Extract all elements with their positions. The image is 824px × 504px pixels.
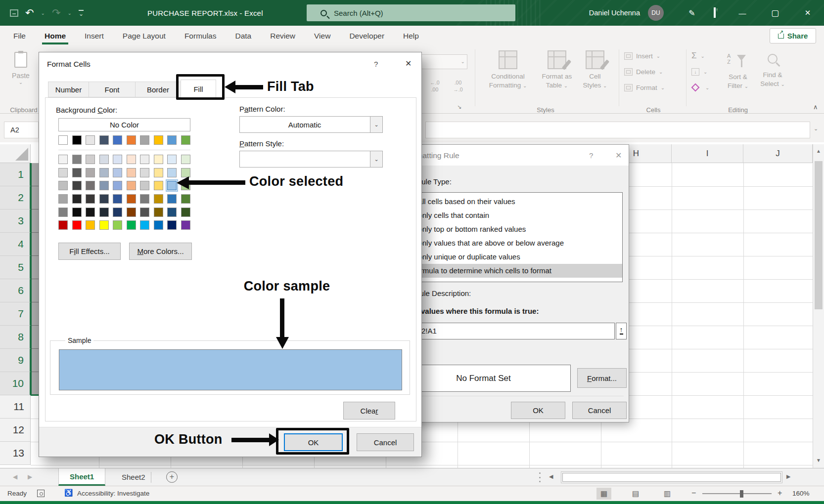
tint-color-swatch[interactable] xyxy=(72,194,82,204)
menu-tab-insert[interactable]: Insert xyxy=(75,26,113,46)
theme-color-swatch[interactable] xyxy=(58,135,68,145)
tint-color-swatch[interactable] xyxy=(127,208,136,217)
format-cells-tab-border[interactable]: Border xyxy=(135,82,181,97)
collapse-dialog-button[interactable]: ↑ xyxy=(616,323,627,339)
normal-view-icon[interactable]: ▦ xyxy=(596,488,611,500)
tint-color-swatch[interactable] xyxy=(167,194,177,204)
pattern-style-select[interactable]: ⌄ xyxy=(239,151,383,168)
tint-color-swatch[interactable] xyxy=(154,155,163,164)
chevron-down-icon[interactable]: ⌄ xyxy=(370,117,382,132)
horizontal-scrollbar[interactable] xyxy=(561,471,782,483)
menu-tab-review[interactable]: Review xyxy=(261,26,305,46)
clear-button[interactable]: Clear xyxy=(343,402,395,420)
zoom-slider-thumb[interactable] xyxy=(740,490,743,498)
cancel-button[interactable]: Cancel xyxy=(357,433,414,451)
standard-color-swatch[interactable] xyxy=(181,220,190,230)
row-header-6[interactable]: 6 xyxy=(0,279,31,302)
undo-chevron-icon[interactable]: ⌄ xyxy=(41,10,45,16)
tint-color-swatch[interactable] xyxy=(99,181,109,190)
tint-color-swatch[interactable] xyxy=(154,181,163,190)
tint-color-swatch[interactable] xyxy=(72,168,82,177)
scroll-up-icon[interactable]: ▲ xyxy=(816,148,821,154)
next-sheet-icon[interactable]: ▶ xyxy=(28,473,32,480)
help-icon[interactable]: ? xyxy=(374,60,378,68)
formula-bar-expand-icon[interactable]: ⌄ xyxy=(814,126,818,132)
help-icon[interactable]: ? xyxy=(589,151,593,160)
format-cells-tab-font[interactable]: Font xyxy=(89,82,135,97)
avatar[interactable]: DU xyxy=(648,5,664,21)
theme-color-swatch[interactable] xyxy=(113,135,122,145)
tint-color-swatch[interactable] xyxy=(181,155,190,164)
theme-color-swatch[interactable] xyxy=(167,135,177,145)
tint-color-swatch[interactable] xyxy=(99,208,109,217)
theme-color-swatch[interactable] xyxy=(99,135,109,145)
ribbon-display-options-icon[interactable] xyxy=(703,8,726,17)
row-header-2[interactable]: 2 xyxy=(0,186,31,210)
rule-type-item[interactable]: Format only unique or duplicate values xyxy=(388,250,622,264)
theme-color-swatch[interactable] xyxy=(127,135,136,145)
tint-color-swatch[interactable] xyxy=(86,168,95,177)
tint-color-swatch[interactable] xyxy=(113,168,122,177)
scroll-right-icon[interactable]: ▶ xyxy=(786,473,790,480)
theme-color-swatch[interactable] xyxy=(181,135,190,145)
collapse-ribbon-icon[interactable]: ∧ xyxy=(813,103,818,111)
autosum-button[interactable]: Σ⌄ xyxy=(691,50,713,62)
standard-color-swatch[interactable] xyxy=(86,220,95,230)
tint-color-swatch[interactable] xyxy=(181,208,190,217)
formula-bar[interactable] xyxy=(425,122,810,138)
row-header-11[interactable]: 11 xyxy=(0,395,31,419)
standard-color-swatch[interactable] xyxy=(167,220,177,230)
macro-record-icon[interactable] xyxy=(37,490,45,497)
tint-color-swatch[interactable] xyxy=(99,168,109,177)
menu-tab-view[interactable]: View xyxy=(305,26,340,46)
delete-cells-button[interactable]: Delete⌄ xyxy=(624,66,663,78)
cell-styles-button[interactable]: CellStyles ⌄ xyxy=(572,50,618,90)
selected-range-sliver[interactable] xyxy=(31,163,39,395)
row-header-10[interactable]: 10 xyxy=(0,372,31,395)
menu-tab-data[interactable]: Data xyxy=(226,26,261,46)
row-header-7[interactable]: 7 xyxy=(0,302,31,326)
standard-color-swatch[interactable] xyxy=(140,220,149,230)
rule-type-item[interactable]: Format only top or bottom ranked values xyxy=(388,222,622,236)
tint-color-swatch[interactable] xyxy=(127,168,136,177)
sheet-tab-sheet1[interactable]: Sheet1 xyxy=(58,468,105,486)
tint-color-swatch[interactable] xyxy=(86,155,95,164)
row-header-3[interactable]: 3 xyxy=(0,210,31,233)
search-input[interactable]: Search (Alt+Q) xyxy=(307,4,515,21)
standard-color-swatch[interactable] xyxy=(99,220,109,230)
rule-type-item[interactable]: Format only values that are above or bel… xyxy=(388,236,622,250)
tint-color-swatch[interactable] xyxy=(113,181,122,190)
format-cells-tab-number[interactable]: Number xyxy=(48,82,89,97)
tint-color-swatch[interactable] xyxy=(86,181,95,190)
theme-color-swatch[interactable] xyxy=(86,135,95,145)
tint-color-swatch[interactable] xyxy=(58,194,68,204)
vertical-scroll-thumb[interactable] xyxy=(815,161,823,309)
menu-tab-file[interactable]: File xyxy=(4,26,35,46)
no-color-button[interactable]: No Color xyxy=(58,118,190,131)
chevron-down-icon[interactable]: ⌄ xyxy=(370,151,382,167)
row-header-12[interactable]: 12 xyxy=(0,419,31,442)
standard-color-swatch[interactable] xyxy=(58,220,68,230)
standard-color-swatch[interactable] xyxy=(113,220,122,230)
theme-color-swatch[interactable] xyxy=(72,135,82,145)
user-name[interactable]: Daniel Uchenna xyxy=(589,9,640,17)
column-header-J[interactable]: J xyxy=(743,144,813,163)
tint-color-swatch[interactable] xyxy=(113,194,122,204)
page-layout-view-icon[interactable]: ▤ xyxy=(628,488,643,500)
more-colors-button[interactable]: More Colors... xyxy=(129,243,192,260)
theme-color-swatch[interactable] xyxy=(154,135,163,145)
vertical-scrollbar[interactable]: ▲ ▼ xyxy=(813,144,824,468)
row-header-5[interactable]: 5 xyxy=(0,256,31,279)
tint-color-swatch[interactable] xyxy=(181,168,190,177)
tint-color-swatch[interactable] xyxy=(154,208,163,217)
pattern-color-select[interactable]: Automatic ⌄ xyxy=(239,116,383,133)
tint-color-swatch[interactable] xyxy=(86,208,95,217)
tint-color-swatch[interactable] xyxy=(140,208,149,217)
close-icon[interactable]: ✕ xyxy=(615,151,622,160)
tint-color-swatch[interactable] xyxy=(154,168,163,177)
tint-color-swatch[interactable] xyxy=(140,168,149,177)
row-header-8[interactable]: 8 xyxy=(0,326,31,349)
menu-tab-developer[interactable]: Developer xyxy=(340,26,394,46)
tint-color-swatch[interactable] xyxy=(140,155,149,164)
zoom-slider[interactable] xyxy=(702,493,772,494)
